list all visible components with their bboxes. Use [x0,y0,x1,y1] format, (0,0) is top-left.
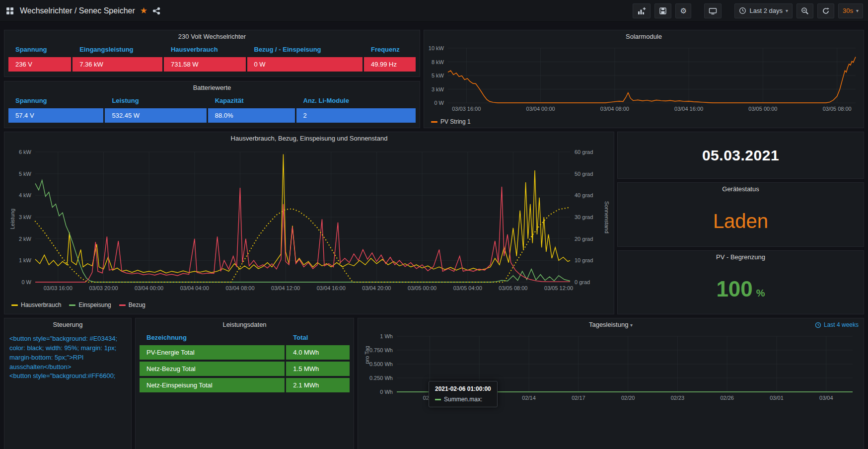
column-header[interactable]: Total [286,331,350,343]
svg-text:3 kW: 3 kW [432,86,444,92]
solar-chart-svg[interactable]: 03/03 16:0003/04 00:0003/04 08:0003/04 1… [424,43,864,116]
panel-steuerung: Steuerung <button style="background: #E0… [4,318,132,449]
main-chart-svg[interactable]: 03/03 16:0003/03 20:0003/04 00:0003/04 0… [4,145,613,299]
favorite-star-icon[interactable]: ★ [140,6,147,15]
panel-title[interactable]: Steuerung [4,318,131,331]
panel-leistungsdaten: Leistungsdaten BezeichnungTotal PV-Energ… [135,318,354,449]
panel-230v-wechselrichter: 230 Volt Wechselrichter SpannungEingangs… [4,30,420,77]
panel-geraetestatus: Gerätestatus Laden [617,182,864,247]
panel-pv-begrenzung: PV - Begrenzung 100 % [617,250,864,314]
svg-text:03/03 16:00: 03/03 16:00 [44,285,72,291]
apps-grid-icon[interactable] [5,3,15,18]
time-range-picker[interactable]: Last 2 days ▾ [734,3,793,18]
svg-text:0 Wh: 0 Wh [380,389,393,395]
pv-limit-unit: % [756,288,765,299]
legend-item[interactable]: Hausverbrauch [11,301,61,308]
svg-text:20 grad: 20 grad [575,236,593,242]
cycle-view-button[interactable] [704,3,722,18]
dashboard-title[interactable]: Wechselrichter / Senec Speicher [20,6,135,15]
column-header[interactable]: Kapazität [208,94,295,106]
svg-text:0.250 Wh: 0.250 Wh [369,375,393,381]
svg-text:02/26: 02/26 [720,395,734,401]
panel-time-override[interactable]: Last 4 weeks [815,318,859,331]
panel-title[interactable]: 230 Volt Wechselrichter [4,30,420,43]
svg-text:0 W: 0 W [21,279,31,285]
gear-icon: ⚙ [680,7,687,14]
clock-icon [739,7,746,14]
tooltip-timestamp: 2021-02-06 01:00:00 [435,385,491,392]
refresh-button[interactable] [817,3,834,18]
svg-text:03/04 00:00: 03/04 00:00 [526,106,555,112]
share-icon[interactable] [152,7,160,15]
y2-axis-label: Sonnenstand [604,201,610,233]
value-cell: 1.5 MWh [286,362,350,376]
column-header[interactable]: Eingangsleistung [72,43,162,55]
control-code-text: <button style="background: #E03434; colo… [4,331,131,384]
svg-text:03/05 00:00: 03/05 00:00 [408,285,436,291]
table-row: Netz-Einspeisung Total2.1 MWh [140,378,350,392]
dashboard-settings-button[interactable]: ⚙ [675,3,691,18]
table-row: PV-Energie Total4.0 MWh [140,345,350,360]
svg-text:03/05 00:00: 03/05 00:00 [748,106,777,112]
svg-text:03/04 20:00: 03/04 20:00 [362,285,391,291]
chart-tooltip: 2021-02-06 01:00:00 Summen.max: [429,381,498,407]
save-dashboard-button[interactable] [654,3,671,18]
navbar-left: Wechselrichter / Senec Speicher ★ [5,3,160,18]
clock-icon [815,322,821,328]
column-header[interactable]: Hausverbrauch [164,43,246,55]
value-cell: 2 [296,108,416,123]
svg-text:02/17: 02/17 [572,395,585,401]
value-cell: 2.1 MWh [286,378,350,392]
y-axis-label: pro Tag [364,346,370,364]
svg-text:0.500 Wh: 0.500 Wh [369,361,393,367]
svg-text:5 kW: 5 kW [19,171,32,177]
column-header[interactable]: Bezug / - Einspeisung [247,43,362,55]
panel-title[interactable]: Batteriewerte [4,81,420,94]
zoom-out-button[interactable] [796,3,813,18]
svg-text:8 kW: 8 kW [432,59,444,65]
column-header[interactable]: Anz. Li-Module [296,94,416,106]
series-marker [435,399,441,400]
panel-title[interactable]: Gerätestatus [618,183,864,196]
navbar: Wechselrichter / Senec Speicher ★ ⚙ Last… [0,0,868,22]
value-cell: 532.45 W [105,108,206,123]
inverter-header-row: SpannungEingangsleistungHausverbrauchBez… [8,43,416,55]
svg-text:02/20: 02/20 [621,395,635,401]
legend-item[interactable]: Bezug [119,301,145,308]
panel-title[interactable]: Tagesleistung ▾ [358,318,864,331]
column-header[interactable]: Spannung [8,43,71,55]
svg-text:6 kW: 6 kW [19,149,32,155]
panel-title[interactable]: Hausverbrauch, Bezug, Einspeisung und So… [4,132,614,145]
panel-hausverbrauch-chart: Hausverbrauch, Bezug, Einspeisung und So… [4,132,614,314]
pv-limit-value: 100 [716,277,752,301]
legend-item[interactable]: PV String 1 [431,118,471,125]
svg-text:0 W: 0 W [434,100,444,106]
column-header[interactable]: Bezeichnung [140,331,285,343]
column-header[interactable]: Spannung [8,94,103,106]
svg-text:2 kW: 2 kW [19,236,32,242]
column-header[interactable]: Leistung [105,94,206,106]
svg-text:03/04 08:00: 03/04 08:00 [225,285,254,291]
legend-item[interactable]: Einspeisung [69,301,111,308]
table-row: Netz-Bezug Total1.5 MWh [140,362,350,376]
svg-text:03/04 12:00: 03/04 12:00 [271,285,300,291]
refresh-interval-picker[interactable]: 30s ▾ [838,3,863,18]
svg-text:0.750 Wh: 0.750 Wh [369,347,393,353]
date-value: 05.03.2021 [702,147,779,164]
svg-text:03/05 08:00: 03/05 08:00 [823,106,852,112]
svg-text:1 Wh: 1 Wh [380,333,393,339]
svg-text:40 grad: 40 grad [575,192,593,198]
value-cell: 731.58 W [164,57,246,72]
inverter-value-row: 236 V7.36 kW731.58 W0 W49.99 Hz [8,57,416,72]
energy-rows: PV-Energie Total4.0 MWhNetz-Bezug Total1… [136,345,354,392]
svg-text:4 kW: 4 kW [19,192,32,198]
column-header[interactable]: Frequenz [364,43,416,55]
value-cell: 0 W [247,57,362,72]
panel-title[interactable]: PV - Begrenzung [618,251,864,264]
svg-text:5 kW: 5 kW [432,73,444,78]
panel-title[interactable]: Solarmodule [424,30,864,43]
add-panel-button[interactable] [633,3,651,18]
chevron-down-icon: ▾ [630,322,633,328]
main-legend: HausverbrauchEinspeisungBezug [4,299,614,308]
panel-title[interactable]: Leistungsdaten [136,318,354,331]
